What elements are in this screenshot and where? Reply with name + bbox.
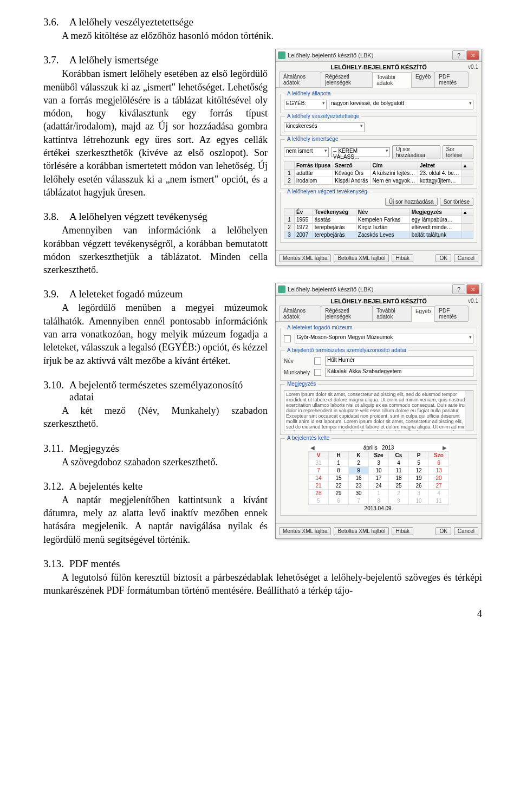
sec-title: A bejelentés kelte [69, 480, 268, 492]
titlebar: Lelőhely-bejelentő készítő (LBK) ? ✕ [276, 283, 482, 296]
name-input[interactable]: Hűlt Humér [325, 356, 473, 366]
page-number: 4 [43, 608, 482, 620]
tab-altalanos[interactable]: Általános adatok [279, 72, 321, 87]
sec-num: 3.7. [43, 54, 69, 66]
workplace-input[interactable]: Kákalaki Akka Szabadegyetem [325, 368, 473, 377]
notes-textarea[interactable]: Lorem ipsum dolor sit amet, consectetur … [284, 390, 473, 431]
ok-button[interactable]: OK [435, 254, 451, 262]
known-dd[interactable]: nem ismert [284, 147, 329, 157]
sec-num: 3.9. [43, 288, 69, 300]
table-row[interactable]: 2 irodalom Kispál András Nem én vagyok… … [284, 177, 473, 185]
group-title-megj: Megjegyzés [285, 381, 318, 387]
titlebar: Lelőhely-bejelentő készítő (LBK) ? ✕ [276, 49, 482, 62]
sec-body: A két mező (Név, Munkahely) szabadon sze… [43, 404, 268, 431]
sec-body: A mező kitöltése az előzőhöz hasonló mód… [43, 29, 482, 42]
sec-title: A lelőhelyen végzett tevékenység [69, 211, 268, 223]
tabs: Általános adatok Régészeti jelenségek To… [276, 72, 468, 88]
workplace-label: Munkahely [284, 369, 312, 375]
window-title: Lelőhely-bejelentő készítő (LBK) [288, 286, 451, 293]
workplace-checkbox[interactable] [314, 369, 321, 376]
prev-month-icon[interactable]: ◀ [310, 445, 315, 451]
close-button[interactable]: ✕ [466, 284, 479, 294]
tab-regeszeti[interactable]: Régészeti jelenségek [321, 72, 373, 87]
sec-body: Amennyiben van információnk a lelőhelyen… [43, 224, 268, 276]
known-dd2[interactable]: -- KÉREM VÁLASS… [331, 147, 390, 157]
group-title-ismert: A lelőhely ismertsége [285, 136, 341, 142]
tab-tovabbi[interactable]: További adatok [372, 72, 412, 88]
sec-title: PDF mentés [69, 558, 482, 570]
sec-num: 3.12. [43, 480, 69, 492]
sec-title: A leleteket fogadó múzeum [69, 288, 268, 300]
cancel-button[interactable]: Cancel [454, 527, 478, 535]
museum-dd[interactable]: Győr-Moson-Sopron Megyei Múzeumok [295, 334, 473, 343]
tab-pdf[interactable]: PDF mentés [434, 72, 469, 87]
sec-num: 3.13. [43, 558, 69, 570]
scrollbar[interactable] [465, 391, 473, 431]
group-title-kelte: A bejelentés kelte [285, 435, 332, 441]
help-button[interactable]: ? [452, 50, 465, 60]
tabs: Általános adatok Régészeti jelenségek To… [276, 306, 468, 322]
group-title-tevek: A lelőhelyen végzett tevékenység [285, 189, 369, 194]
status-dd1[interactable]: EGYÉB: [284, 100, 327, 109]
ok-button[interactable]: OK [435, 527, 451, 535]
app-icon [278, 285, 285, 293]
app-title: LELŐHELY-BEJELENTŐ KÉSZÍTŐ [276, 62, 482, 72]
tab-tovabbi[interactable]: További adatok [372, 306, 412, 321]
calendar[interactable]: ◀ április 2013 ▶ [308, 444, 449, 512]
group-title-veszely: A lelőhely veszélyeztetettsége [285, 113, 361, 119]
col-ref: Jelzet [418, 162, 462, 170]
help-button[interactable]: ? [452, 284, 465, 294]
save-xml-button[interactable]: Mentés XML fájlba [279, 527, 331, 535]
col-author: Szerző [333, 162, 370, 170]
name-checkbox[interactable] [314, 358, 321, 365]
save-xml-button[interactable]: Mentés XML fájlba [279, 254, 331, 262]
tab-egyeb[interactable]: Egyéb [411, 306, 435, 322]
sec-title: Megjegyzés [69, 443, 268, 454]
col-type: Forrás típusa [295, 162, 333, 170]
table-row[interactable]: 1 1955 ásatás Kempelen Farkas egy lámpab… [284, 216, 473, 224]
table-row[interactable]: 1 adattár Kővágó Örs A külszíni fejtés… … [284, 170, 473, 177]
group-title-szemely: A bejelentő természetes személyazonosító… [285, 347, 408, 353]
load-xml-button[interactable]: Betöltés XML fájlból [334, 254, 389, 262]
version-label: v0.1 [468, 298, 478, 304]
screenshot-window-2: Lelőhely-bejelentő készítő (LBK) ? ✕ LEL… [275, 283, 482, 539]
close-button[interactable]: ✕ [466, 50, 479, 60]
scrollbar[interactable]: ▴ [462, 162, 473, 170]
delete-row-button[interactable]: Sor törlése [443, 145, 474, 159]
cancel-button[interactable]: Cancel [454, 254, 478, 262]
app-icon [278, 51, 285, 59]
notes-text: Lorem ipsum dolor sit amet, consectetur … [286, 392, 471, 431]
status-dd2[interactable]: nagyon kevéssé, de bolygatott [329, 100, 473, 109]
group-title-muzeum: A leleteket fogadó múzeum [285, 324, 355, 330]
col-idx [284, 162, 295, 170]
sec-title: A lelőhely ismertsége [69, 54, 268, 66]
load-xml-button[interactable]: Betöltés XML fájlból [334, 527, 389, 535]
sec-body: A naptár megjelenítőben kattintsunk a kí… [43, 493, 268, 546]
museum-checkbox[interactable] [284, 335, 291, 342]
tab-regeszeti[interactable]: Régészeti jelenségek [321, 306, 373, 321]
delete-row-button[interactable]: Sor törlése [440, 198, 473, 206]
table-row[interactable]: 2 1972 terepbejárás Kirgiz Isztán eltéve… [284, 224, 473, 231]
activities-table[interactable]: Év Tevékenység Név Megjegyzés ▴ 1 1955 á [284, 208, 473, 239]
add-row-button[interactable]: Új sor hozzáadása [385, 198, 438, 206]
version-label: v0.1 [468, 64, 478, 70]
errors-button[interactable]: Hibák [392, 527, 413, 535]
table-row[interactable]: 3 2007 terepbejárás Zacskós Leves baltát… [284, 231, 473, 239]
selected-date: 2013.04.09. [308, 505, 449, 512]
calendar-month[interactable]: április [363, 445, 378, 451]
sec-body: Korábban ismert lelőhely esetében az els… [43, 67, 268, 199]
sec-body: A legördülő menüben a megyei múzeumok ta… [43, 301, 268, 367]
errors-button[interactable]: Hibák [392, 254, 413, 262]
next-month-icon[interactable]: ▶ [443, 445, 447, 451]
add-row-button[interactable]: Új sor hozzáadása [392, 145, 440, 159]
app-title: LELŐHELY-BEJELENTŐ KÉSZÍTŐ [276, 296, 482, 306]
name-label: Név [284, 358, 312, 364]
threat-dd[interactable]: kincskeresés [284, 122, 365, 132]
tab-egyeb[interactable]: Egyéb [411, 72, 435, 87]
sources-table[interactable]: Forrás típusa Szerző Cím Jelzet ▴ 1 adat… [284, 161, 473, 185]
tab-pdf[interactable]: PDF mentés [434, 306, 469, 321]
sec-title: A bejelentő természetes személyazonosító… [69, 379, 268, 403]
calendar-grid[interactable]: V H K Sze Cs P Szo 31 [308, 451, 449, 505]
calendar-year[interactable]: 2013 [382, 445, 394, 451]
tab-altalanos[interactable]: Általános adatok [279, 306, 321, 321]
